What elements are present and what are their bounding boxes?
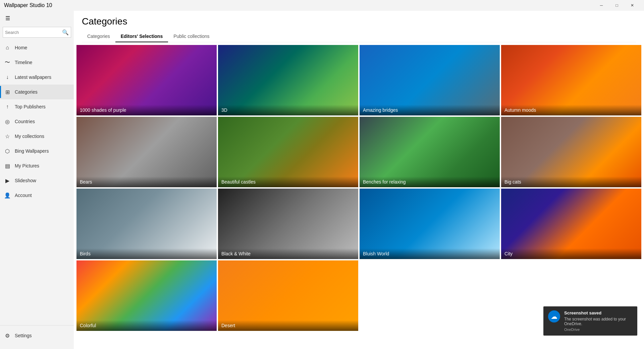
- sidebar-item-bing[interactable]: ⬡ Bing Wallpapers: [0, 144, 74, 158]
- grid-label-3d: 3D: [218, 105, 358, 115]
- settings-icon: ⚙: [4, 333, 11, 339]
- close-button[interactable]: ✕: [625, 0, 640, 11]
- bing-icon: ⬡: [4, 148, 11, 154]
- slideshow-icon: ▶: [4, 178, 11, 184]
- tab-editors-selections[interactable]: Editors' Selections: [115, 31, 168, 42]
- hamburger-button[interactable]: ☰: [0, 11, 74, 26]
- sidebar-label-account: Account: [15, 193, 32, 198]
- titlebar-controls: ─ □ ✕: [594, 0, 640, 11]
- grid-label-autumn: Autumn moods: [501, 105, 641, 115]
- grid-label-desert: Desert: [218, 320, 358, 331]
- grid-item-bw[interactable]: Black & White: [218, 189, 358, 259]
- maximize-button[interactable]: □: [609, 0, 625, 11]
- tab-categories[interactable]: Categories: [82, 31, 115, 42]
- categories-icon: ⊞: [4, 89, 11, 95]
- minimize-button[interactable]: ─: [594, 0, 609, 11]
- grid-label-colorful: Colorful: [76, 320, 217, 331]
- grid-label-bridges: Amazing bridges: [360, 105, 500, 115]
- sidebar-item-slideshow[interactable]: ▶ Slideshow: [0, 173, 74, 188]
- grid-item-bigcats[interactable]: Big cats: [501, 117, 641, 187]
- grid-item-desert[interactable]: Desert: [218, 260, 358, 331]
- grid-label-bw: Black & White: [218, 248, 358, 259]
- sidebar-label-collections: My collections: [15, 134, 44, 139]
- search-icon: 🔍: [62, 29, 69, 36]
- sidebar-item-categories[interactable]: ⊞ Categories: [0, 85, 74, 99]
- page-title: Categories: [82, 16, 636, 27]
- toast-source: OneDrive: [564, 328, 633, 332]
- grid-item-city[interactable]: City: [501, 189, 641, 259]
- grid-item-bridges[interactable]: Amazing bridges: [360, 45, 500, 115]
- sidebar-item-timeline[interactable]: 〜 Timeline: [0, 55, 74, 70]
- sidebar-bottom: ⚙ Settings: [0, 325, 74, 346]
- grid-item-3d[interactable]: 3D: [218, 45, 358, 115]
- sidebar-item-settings[interactable]: ⚙ Settings: [0, 328, 74, 343]
- sidebar-label-pictures: My Pictures: [15, 163, 39, 168]
- latest-icon: ↓: [4, 74, 11, 80]
- toast-notification: ☁ Screenshot saved The screenshot was ad…: [543, 306, 637, 336]
- titlebar-left: Wallpaper Studio 10: [4, 2, 52, 8]
- grid-label-bears: Bears: [76, 177, 217, 187]
- app-body: ☰ 🔍 ⌂ Home 〜 Timeline ↓ Latest wallpaper…: [0, 11, 644, 349]
- sidebar-label-slideshow: Slideshow: [15, 178, 36, 183]
- sidebar-label-home: Home: [15, 45, 27, 50]
- toast-body: The screenshot was added to your OneDriv…: [564, 317, 633, 326]
- grid-label-benches: Benches for relaxing: [360, 177, 500, 187]
- sidebar-item-pictures[interactable]: ▤ My Pictures: [0, 158, 74, 173]
- grid-item-bears[interactable]: Bears: [76, 117, 217, 187]
- countries-icon: ◎: [4, 118, 11, 125]
- publishers-icon: ↑: [4, 104, 11, 110]
- grid-item-bluish[interactable]: Bluish World: [360, 189, 500, 259]
- toast-title: Screenshot saved: [564, 310, 633, 315]
- main-header: Categories Categories Editors' Selection…: [74, 11, 644, 42]
- grid-label-bigcats: Big cats: [501, 177, 641, 187]
- titlebar: Wallpaper Studio 10 ─ □ ✕: [0, 0, 644, 11]
- home-icon: ⌂: [4, 45, 11, 51]
- app-title: Wallpaper Studio 10: [4, 2, 52, 8]
- sidebar-label-countries: Countries: [15, 119, 35, 124]
- tab-public-collections[interactable]: Public collections: [168, 31, 215, 42]
- grid-item-birds[interactable]: Birds: [76, 189, 217, 259]
- toast-content: Screenshot saved The screenshot was adde…: [564, 310, 633, 332]
- grid-item-purple[interactable]: 1000 shades of purple: [76, 45, 217, 115]
- sidebar-label-publishers: Top Publishers: [15, 104, 46, 109]
- sidebar-label-bing: Bing Wallpapers: [15, 148, 49, 154]
- sidebar-label-latest: Latest wallpapers: [15, 74, 51, 80]
- grid-item-benches[interactable]: Benches for relaxing: [360, 117, 500, 187]
- grid-item-castles[interactable]: Beautiful castles: [218, 117, 358, 187]
- collections-icon: ☆: [4, 133, 11, 140]
- hamburger-icon: ☰: [5, 15, 10, 21]
- tab-bar: Categories Editors' Selections Public co…: [82, 31, 636, 42]
- settings-label: Settings: [15, 333, 32, 338]
- sidebar-item-publishers[interactable]: ↑ Top Publishers: [0, 99, 74, 114]
- grid-label-birds: Birds: [76, 248, 217, 259]
- timeline-icon: 〜: [4, 59, 11, 66]
- sidebar-label-categories: Categories: [15, 89, 38, 95]
- sidebar-item-home[interactable]: ⌂ Home: [0, 40, 74, 55]
- grid-label-purple: 1000 shades of purple: [76, 105, 217, 115]
- account-icon: 👤: [4, 192, 11, 199]
- sidebar-label-timeline: Timeline: [15, 60, 32, 65]
- sidebar-item-countries[interactable]: ◎ Countries: [0, 114, 74, 129]
- sidebar-item-account[interactable]: 👤 Account: [0, 188, 74, 203]
- main-content: Categories Categories Editors' Selection…: [74, 11, 644, 349]
- toast-icon: ☁: [548, 310, 560, 322]
- grid-item-autumn[interactable]: Autumn moods: [501, 45, 641, 115]
- search-box[interactable]: 🔍: [3, 27, 71, 38]
- sidebar-nav: ⌂ Home 〜 Timeline ↓ Latest wallpapers ⊞ …: [0, 40, 74, 325]
- sidebar: ☰ 🔍 ⌂ Home 〜 Timeline ↓ Latest wallpaper…: [0, 11, 74, 349]
- grid-label-city: City: [501, 248, 641, 259]
- pictures-icon: ▤: [4, 163, 11, 169]
- grid-label-castles: Beautiful castles: [218, 177, 358, 187]
- categories-grid: 1000 shades of purple 3D Amazing bridges…: [74, 42, 644, 349]
- grid-label-bluish: Bluish World: [360, 248, 500, 259]
- grid-item-colorful[interactable]: Colorful: [76, 260, 217, 331]
- sidebar-item-collections[interactable]: ☆ My collections: [0, 129, 74, 144]
- sidebar-item-latest[interactable]: ↓ Latest wallpapers: [0, 70, 74, 85]
- search-input[interactable]: [5, 30, 62, 35]
